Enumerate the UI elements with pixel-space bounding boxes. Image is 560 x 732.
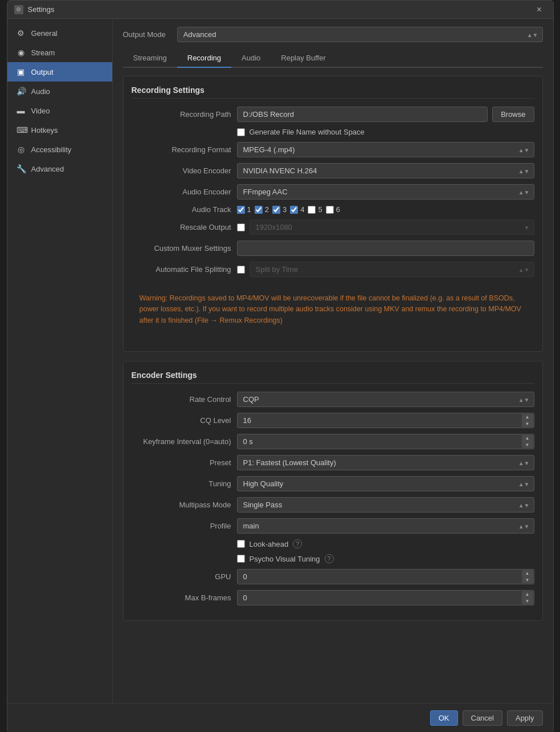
max-bframes-down-button[interactable]: ▼	[522, 598, 533, 605]
cq-level-spinner-wrapper: ▲ ▼	[237, 413, 534, 428]
sidebar-item-accessibility[interactable]: ◎ Accessibility	[7, 140, 112, 159]
psycho-visual-label: Psycho Visual Tuning	[250, 555, 320, 563]
cq-level-label: CQ Level	[132, 416, 231, 425]
audio-track-2-num: 2	[265, 205, 269, 214]
cq-level-up-button[interactable]: ▲	[522, 414, 533, 421]
cq-level-down-button[interactable]: ▼	[522, 421, 533, 428]
gpu-row: GPU ▲ ▼	[132, 569, 534, 584]
generate-filename-label: Generate File Name without Space	[250, 128, 365, 136]
tab-recording[interactable]: Recording	[177, 49, 231, 68]
max-bframes-row: Max B-frames ▲ ▼	[132, 590, 534, 605]
rescale-output-arrow-icon: ▼	[524, 224, 530, 230]
max-bframes-input[interactable]	[237, 590, 534, 605]
keyframe-interval-input[interactable]	[237, 434, 534, 449]
custom-muxer-input[interactable]	[237, 241, 534, 256]
psycho-visual-row: Psycho Visual Tuning ?	[237, 554, 534, 563]
look-ahead-checkbox[interactable]	[237, 540, 245, 548]
video-encoder-label: Video Encoder	[132, 166, 231, 175]
titlebar: ⚙ Settings ×	[7, 1, 553, 19]
gpu-down-button[interactable]: ▼	[522, 577, 533, 584]
sidebar-item-general[interactable]: ⚙ General	[7, 23, 112, 43]
max-bframes-spinners: ▲ ▼	[522, 591, 533, 604]
keyframe-up-button[interactable]: ▲	[522, 435, 533, 442]
generate-filename-checkbox[interactable]	[237, 128, 245, 136]
tabs-bar: Streaming Recording Audio Replay Buffer	[123, 49, 543, 68]
auto-split-checkbox[interactable]	[237, 266, 245, 274]
sidebar-item-advanced[interactable]: 🔧 Advanced	[7, 159, 112, 178]
tuning-select[interactable]: High Quality Low Latency Ultra Low Laten…	[237, 476, 534, 491]
recording-format-select[interactable]: MPEG-4 (.mp4) MKV (.mkv) MOV (.mov)	[237, 142, 534, 157]
keyframe-down-button[interactable]: ▼	[522, 442, 533, 449]
recording-path-row: Recording Path Browse	[132, 107, 534, 122]
advanced-sidebar-icon: 🔧	[17, 164, 26, 173]
multipass-mode-select[interactable]: Single Pass Two Pass (Full Resolution) T…	[237, 497, 534, 513]
general-icon: ⚙	[17, 29, 26, 38]
audio-track-1-num: 1	[247, 205, 251, 214]
multipass-mode-row: Multipass Mode Single Pass Two Pass (Ful…	[132, 497, 534, 513]
max-bframes-spinner-wrapper: ▲ ▼	[237, 590, 534, 605]
sidebar-label-audio: Audio	[31, 87, 50, 96]
audio-track-6: 6	[326, 205, 340, 214]
cq-level-input[interactable]	[237, 413, 534, 428]
audio-track-label: Audio Track	[132, 205, 231, 214]
audio-encoder-select[interactable]: FFmpeg AAC CoreAudio AAC FLAC	[237, 184, 534, 200]
rate-control-select[interactable]: CQP VBR CBR	[237, 392, 534, 407]
apply-button[interactable]: Apply	[507, 710, 543, 726]
tab-audio[interactable]: Audio	[231, 49, 271, 68]
recording-format-control: MPEG-4 (.mp4) MKV (.mkv) MOV (.mov) ▲▼	[237, 142, 534, 157]
audio-track-2-checkbox[interactable]	[255, 206, 263, 214]
gpu-label: GPU	[132, 572, 231, 581]
footer: OK Cancel Apply	[7, 703, 553, 732]
audio-track-3-checkbox[interactable]	[272, 206, 280, 214]
keyframe-interval-spinners: ▲ ▼	[522, 435, 533, 448]
psycho-visual-checkbox[interactable]	[237, 555, 245, 563]
browse-button[interactable]: Browse	[492, 107, 534, 122]
sidebar-item-audio[interactable]: 🔊 Audio	[7, 82, 112, 101]
close-button[interactable]: ×	[533, 3, 546, 17]
recording-format-label: Recording Format	[132, 145, 231, 154]
auto-split-label: Automatic File Splitting	[132, 265, 231, 274]
output-mode-select[interactable]: Advanced Simple	[177, 27, 543, 42]
tab-streaming[interactable]: Streaming	[123, 49, 177, 68]
audio-track-1-checkbox[interactable]	[237, 206, 245, 214]
ok-button[interactable]: OK	[430, 710, 458, 726]
auto-split-row: Automatic File Splitting Split by Time S…	[132, 262, 534, 277]
rate-control-row: Rate Control CQP VBR CBR ▲▼	[132, 392, 534, 407]
output-mode-label: Output Mode	[123, 30, 170, 39]
sidebar-label-hotkeys: Hotkeys	[31, 126, 58, 135]
gpu-input[interactable]	[237, 569, 534, 584]
psycho-visual-help-icon: ?	[325, 554, 334, 563]
sidebar-label-video: Video	[31, 107, 50, 115]
audio-track-5-checkbox[interactable]	[308, 206, 316, 214]
recording-path-input[interactable]	[237, 107, 488, 122]
preset-select[interactable]: P1: Fastest (Lowest Quality) P2 P3 P4 P5…	[237, 455, 534, 470]
gpu-up-button[interactable]: ▲	[522, 570, 533, 577]
sidebar-item-stream[interactable]: ◉ Stream	[7, 43, 112, 62]
audio-track-row: Audio Track 1 2	[132, 205, 534, 214]
hotkeys-icon: ⌨	[17, 125, 26, 135]
sidebar-label-stream: Stream	[31, 48, 55, 57]
auto-split-inner: Split by Time Split by Size ▲▼	[237, 262, 534, 277]
recording-settings-block: Recording Settings Recording Path Browse…	[123, 76, 543, 352]
warning-box: Warning: Recordings saved to MP4/MOV wil…	[132, 286, 534, 333]
audio-track-checkboxes: 1 2 3 4	[237, 205, 534, 214]
rescale-output-checkbox[interactable]	[237, 223, 245, 231]
rescale-output-select: 1920x1080	[250, 219, 534, 235]
audio-track-4-checkbox[interactable]	[290, 206, 298, 214]
tab-replay-buffer[interactable]: Replay Buffer	[271, 49, 336, 68]
accessibility-icon: ◎	[17, 145, 26, 154]
cancel-button[interactable]: Cancel	[463, 710, 502, 726]
gpu-spinners: ▲ ▼	[522, 570, 533, 583]
audio-track-4: 4	[290, 205, 304, 214]
sidebar-item-video[interactable]: ▬ Video	[7, 101, 112, 120]
sidebar-item-output[interactable]: ▣ Output	[7, 62, 112, 82]
max-bframes-up-button[interactable]: ▲	[522, 591, 533, 598]
rate-control-select-wrapper: CQP VBR CBR ▲▼	[237, 392, 534, 407]
tuning-row: Tuning High Quality Low Latency Ultra Lo…	[132, 476, 534, 491]
video-encoder-select[interactable]: NVIDIA NVENC H.264 x264 NVIDIA NVENC H.2…	[237, 163, 534, 178]
audio-track-6-checkbox[interactable]	[326, 206, 334, 214]
multipass-mode-control: Single Pass Two Pass (Full Resolution) T…	[237, 497, 534, 513]
sidebar-item-hotkeys[interactable]: ⌨ Hotkeys	[7, 120, 112, 140]
audio-track-control: 1 2 3 4	[237, 205, 534, 214]
profile-select[interactable]: main high baseline	[237, 518, 534, 534]
